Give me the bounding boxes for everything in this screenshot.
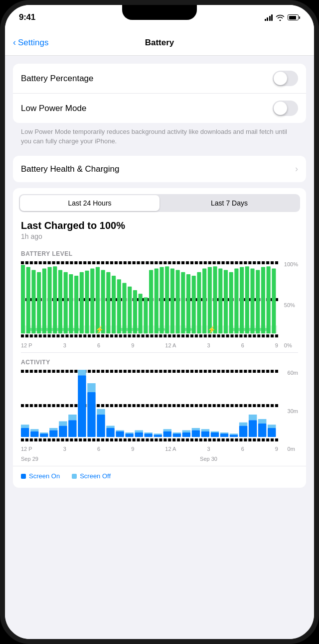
svg-rect-74 xyxy=(144,432,152,433)
svg-rect-43 xyxy=(250,269,254,334)
phone-frame: 9:41 xyxy=(0,0,319,644)
svg-rect-12 xyxy=(85,271,89,333)
battery-percentage-toggle[interactable] xyxy=(273,71,298,86)
svg-rect-0 xyxy=(21,265,25,334)
act-x-6-2: 6 xyxy=(241,446,244,452)
svg-rect-101 xyxy=(268,428,276,437)
phone-screen: 9:41 xyxy=(5,5,314,639)
wifi-icon xyxy=(276,14,285,21)
svg-rect-58 xyxy=(68,415,76,420)
svg-rect-62 xyxy=(87,383,95,392)
battery-y-labels: 100% 50% 0% xyxy=(284,261,298,348)
activity-chart: 60m 30m 0m 12 P 3 6 9 12 A 3 6 xyxy=(21,370,298,452)
svg-rect-70 xyxy=(125,432,133,433)
charging-segment-2 xyxy=(119,328,140,331)
date-spacer2 xyxy=(217,456,298,462)
svg-rect-35 xyxy=(208,267,212,333)
settings-toggles-group: Battery Percentage Low Power Mode xyxy=(13,64,306,123)
svg-rect-98 xyxy=(258,419,266,424)
svg-rect-36 xyxy=(213,267,217,334)
svg-rect-87 xyxy=(201,431,209,437)
svg-rect-25 xyxy=(155,269,159,334)
svg-rect-27 xyxy=(165,267,169,334)
battery-health-row[interactable]: Battery Health & Charging › xyxy=(13,156,306,182)
battery-tip xyxy=(299,16,300,19)
svg-rect-31 xyxy=(186,274,190,333)
chevron-right-icon: › xyxy=(295,164,298,174)
back-button[interactable]: ‹ Settings xyxy=(13,37,48,48)
screen-off-dot xyxy=(72,474,77,479)
svg-rect-88 xyxy=(211,431,219,432)
svg-rect-93 xyxy=(230,435,238,437)
screen-on-label: Screen On xyxy=(29,472,60,480)
svg-rect-55 xyxy=(49,430,57,437)
svg-rect-3 xyxy=(37,272,41,333)
svg-rect-66 xyxy=(106,426,114,429)
segment-7d-button[interactable]: Last 7 Days xyxy=(160,195,299,211)
svg-rect-4 xyxy=(42,269,46,334)
svg-rect-82 xyxy=(182,430,190,433)
svg-rect-83 xyxy=(182,432,190,437)
legend-row: Screen On Screen Off xyxy=(13,466,306,488)
battery-health-label: Battery Health & Charging xyxy=(21,164,120,174)
back-chevron-icon: ‹ xyxy=(13,37,16,48)
svg-rect-51 xyxy=(30,431,38,437)
chart-card: Last 24 Hours Last 7 Days Last Charged t… xyxy=(13,188,306,488)
svg-rect-80 xyxy=(173,432,181,433)
svg-rect-11 xyxy=(80,272,84,333)
activity-chart-section: ACTIVITY xyxy=(13,353,306,456)
svg-rect-16 xyxy=(106,272,110,333)
x-label-3-2: 3 xyxy=(207,342,210,348)
svg-rect-54 xyxy=(49,428,57,430)
svg-rect-10 xyxy=(74,276,78,333)
svg-rect-46 xyxy=(267,267,271,334)
svg-rect-41 xyxy=(240,267,244,333)
last-charged-time: 1h ago xyxy=(21,232,298,240)
svg-rect-85 xyxy=(192,430,200,437)
svg-rect-94 xyxy=(239,423,247,426)
svg-rect-86 xyxy=(201,429,209,432)
activity-label: ACTIVITY xyxy=(21,359,298,366)
segment-24h-button[interactable]: Last 24 Hours xyxy=(20,195,160,211)
svg-rect-39 xyxy=(229,272,233,333)
x-label-3-1: 3 xyxy=(63,342,66,348)
segment-control-container: Last 24 Hours Last 7 Days xyxy=(13,188,306,212)
svg-rect-49 xyxy=(21,428,29,437)
x-label-9-1: 9 xyxy=(131,342,134,348)
svg-rect-73 xyxy=(135,432,143,437)
act-x-6-1: 6 xyxy=(97,446,100,452)
svg-rect-29 xyxy=(176,270,180,334)
svg-rect-99 xyxy=(258,424,266,437)
battery-fill xyxy=(289,16,296,19)
x-label-6-2: 6 xyxy=(241,342,244,348)
activity-bars-svg xyxy=(21,370,277,437)
svg-rect-97 xyxy=(249,421,257,437)
svg-rect-45 xyxy=(261,267,265,333)
svg-rect-89 xyxy=(211,432,219,437)
low-power-description: Low Power Mode temporarily reduces backg… xyxy=(5,127,314,152)
battery-percentage-row[interactable]: Battery Percentage xyxy=(13,64,306,93)
act-x-9-2: 9 xyxy=(275,446,278,452)
lightning-icon-2: ⚡ xyxy=(207,325,216,333)
svg-rect-77 xyxy=(154,435,162,437)
svg-rect-37 xyxy=(218,269,222,334)
act-x-3-2: 3 xyxy=(207,446,210,452)
act-y-label-0: 0m xyxy=(288,446,298,452)
svg-rect-38 xyxy=(224,270,228,334)
battery-level-label: BATTERY LEVEL xyxy=(21,250,298,257)
notch xyxy=(122,5,197,20)
low-power-mode-toggle[interactable] xyxy=(273,101,298,116)
svg-rect-6 xyxy=(53,267,57,334)
date-labels: Sep 29 Sep 30 xyxy=(13,456,306,466)
svg-rect-72 xyxy=(135,430,143,433)
back-label[interactable]: Settings xyxy=(18,38,48,48)
svg-rect-44 xyxy=(256,270,260,334)
svg-rect-60 xyxy=(78,370,86,375)
svg-rect-1 xyxy=(26,267,30,333)
low-power-mode-row[interactable]: Low Power Mode xyxy=(13,93,306,123)
svg-rect-15 xyxy=(101,270,105,334)
svg-rect-5 xyxy=(48,267,52,333)
battery-percentage-label: Battery Percentage xyxy=(21,74,94,84)
svg-rect-69 xyxy=(116,431,124,437)
y-label-0: 0% xyxy=(284,342,298,348)
